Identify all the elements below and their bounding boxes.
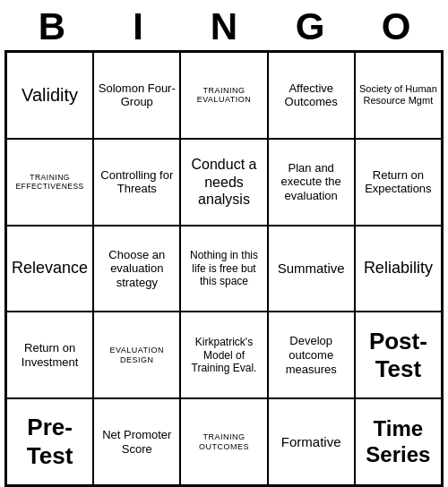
cell-2: TRAINING EVALUATION <box>180 52 267 139</box>
cell-14: Reliability <box>355 226 442 312</box>
cell-7: Conduct a needs analysis <box>180 139 267 226</box>
cell-4: Society of Human Resource Mgmt <box>355 52 442 139</box>
cell-20: Pre-Test <box>6 398 93 485</box>
cell-23: Formative <box>268 398 355 485</box>
cell-17: Kirkpatrick's Model of Training Eval. <box>180 312 267 398</box>
cell-22: TRAINING OUTCOMES <box>180 398 267 485</box>
title-i: I <box>99 5 177 48</box>
cell-21: Net Promoter Score <box>93 398 180 485</box>
bingo-title: B I N G O <box>9 0 439 50</box>
cell-1: Solomon Four-Group <box>93 52 180 139</box>
cell-10: Relevance <box>6 226 93 312</box>
bingo-grid: Validity Solomon Four-Group TRAINING EVA… <box>4 50 444 487</box>
title-g: G <box>271 5 349 48</box>
cell-3: Affective Outcomes <box>268 52 355 139</box>
title-o: O <box>357 5 435 48</box>
cell-0: Validity <box>6 52 93 139</box>
cell-13: Summative <box>268 226 355 312</box>
cell-12: Nothing in this life is free but this sp… <box>180 226 267 312</box>
cell-19: Post-Test <box>355 312 442 398</box>
cell-6: Controlling for Threats <box>93 139 180 226</box>
cell-24: Time Series <box>355 398 442 485</box>
title-n: N <box>185 5 263 48</box>
cell-11: Choose an evaluation strategy <box>93 226 180 312</box>
cell-8: Plan and execute the evaluation <box>268 139 355 226</box>
cell-5: TRAINING EFFECTIVENESS <box>6 139 93 226</box>
cell-18: Develop outcome measures <box>268 312 355 398</box>
cell-16: EVALUATION DESIGN <box>93 312 180 398</box>
cell-9: Return on Expectations <box>355 139 442 226</box>
cell-15: Return on Investment <box>6 312 93 398</box>
title-b: B <box>13 5 91 48</box>
